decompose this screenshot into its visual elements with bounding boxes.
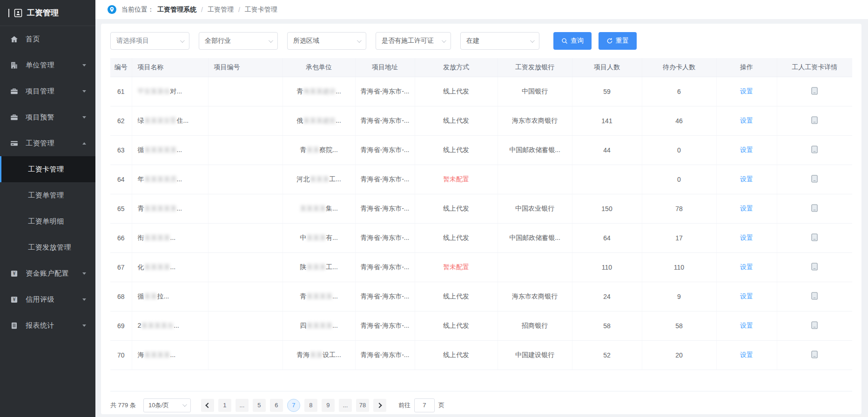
cell-bank: 中国邮政储蓄银... <box>498 223 572 252</box>
wage-card-detail-icon[interactable] <box>811 206 818 213</box>
permit-select[interactable]: 是否有施工许可证 <box>376 32 451 50</box>
wage-card-detail-icon[interactable] <box>811 147 818 155</box>
settings-link[interactable]: 设置 <box>740 146 753 153</box>
sidebar-subitem-wage-sheet[interactable]: 工资单管理 <box>0 182 95 208</box>
method-status: 暂未配置 <box>443 263 469 271</box>
pager: 1...56789...78 <box>201 399 386 412</box>
settings-link[interactable]: 设置 <box>740 322 753 329</box>
cell-text: 察院... <box>319 146 338 153</box>
cell-project-code <box>208 252 283 282</box>
table-row: 67化某某某某...陕某某某工...青海省-海东市-...暂未配置110110设… <box>110 252 852 282</box>
col-id: 编号 <box>110 58 132 77</box>
cell-text: ... <box>336 87 341 95</box>
wage-card-detail-icon[interactable] <box>811 118 818 126</box>
cell-method: 线上代发 <box>415 340 498 370</box>
wage-card-detail-icon[interactable] <box>811 235 818 243</box>
sidebar: 工资管理 首页单位管理项目管理项目预警工资管理工资卡管理工资单管理工资单明细工资… <box>0 0 95 417</box>
cell-method: 暂未配置 <box>415 252 498 282</box>
sidebar-item-warning[interactable]: 项目预警 <box>0 104 95 130</box>
breadcrumb-item-wage-card[interactable]: 工资卡管理 <box>245 6 277 14</box>
cell-bank: 中国邮政储蓄银... <box>498 135 572 165</box>
page-button[interactable]: 7 <box>287 399 300 412</box>
sidebar-item-fund[interactable]: ¥资金账户配置 <box>0 260 95 286</box>
wage-card-detail-icon[interactable] <box>811 89 818 96</box>
sidebar-subitem-wage-pay[interactable]: 工资发放管理 <box>0 234 95 260</box>
settings-link[interactable]: 设置 <box>740 175 753 183</box>
prev-page-button[interactable] <box>201 399 214 412</box>
search-button[interactable]: 查询 <box>553 32 592 50</box>
cell-card-detail <box>777 223 852 252</box>
col-pending: 待办卡人数 <box>642 58 716 77</box>
chevron-down-icon <box>182 402 187 407</box>
sidebar-item-home[interactable]: 首页 <box>0 26 95 52</box>
sidebar-item-label: 项目预警 <box>26 113 82 122</box>
sidebar-item-report[interactable]: 报表统计 <box>0 312 95 338</box>
page-button[interactable]: 5 <box>253 399 266 412</box>
blurred-text: 某某某建筑 <box>303 117 336 124</box>
settings-link[interactable]: 设置 <box>740 117 753 124</box>
cell-contractor: 四某某某某... <box>283 311 355 340</box>
main-area: 当前位置： 工资管理系统 / 工资管理 / 工资卡管理 请选择项目 全部行业 <box>95 0 868 417</box>
region-select[interactable]: 所选区域 <box>287 32 366 50</box>
cell-text: 循 <box>138 146 144 153</box>
sidebar-subitem-wage-card[interactable]: 工资卡管理 <box>0 156 95 182</box>
cell-bank <box>498 165 572 194</box>
cell-text: ... <box>177 205 182 212</box>
breadcrumb-item-wage[interactable]: 工资管理 <box>208 6 234 14</box>
sidebar-item-label: 报表统计 <box>26 321 82 330</box>
settings-link[interactable]: 设置 <box>740 263 753 271</box>
breadcrumb-root[interactable]: 工资管理系统 <box>157 6 196 14</box>
settings-link[interactable]: 设置 <box>740 87 753 95</box>
cell-people: 150 <box>572 194 642 223</box>
cell-text: ... <box>177 175 182 183</box>
wage-card-detail-icon[interactable] <box>811 352 818 360</box>
col-people: 项目人数 <box>572 58 642 77</box>
wage-card-detail-icon[interactable] <box>811 177 818 184</box>
cell-project-name: 衔某某某某... <box>132 223 208 252</box>
cell-method: 线上代发 <box>415 106 498 135</box>
project-select[interactable]: 请选择项目 <box>110 32 189 50</box>
app-logo: 工资管理 <box>0 0 95 26</box>
settings-link[interactable]: 设置 <box>740 205 753 212</box>
method-status: 线上代发 <box>443 205 469 212</box>
page-button[interactable]: 1 <box>218 399 231 412</box>
chevron-down-icon <box>357 38 362 43</box>
cell-pending: 17 <box>642 223 716 252</box>
cell-text: ... <box>170 351 176 358</box>
blurred-text: 某某某某 <box>300 205 326 212</box>
table-row: 65青某某某某某...某某某某集...青海省-海东市-...线上代发中国农业银行… <box>110 194 852 223</box>
reset-button[interactable]: 重置 <box>599 32 637 50</box>
sidebar-item-label: 工资管理 <box>26 139 82 148</box>
page-button[interactable]: 8 <box>304 399 317 412</box>
col-contractor: 承包单位 <box>283 58 355 77</box>
wage-card-detail-icon[interactable] <box>811 294 818 301</box>
wage-card-detail-icon[interactable] <box>811 323 818 331</box>
page-button[interactable]: 78 <box>356 399 369 412</box>
cell-method: 线上代发 <box>415 77 498 106</box>
next-page-button[interactable] <box>373 399 386 412</box>
settings-link[interactable]: 设置 <box>740 234 753 241</box>
sidebar-item-wage[interactable]: 工资管理 <box>0 130 95 156</box>
cell-pending: 58 <box>642 311 716 340</box>
sidebar-subitem-wage-detail[interactable]: 工资单明细 <box>0 208 95 234</box>
settings-link[interactable]: 设置 <box>740 351 753 358</box>
sidebar-item-project[interactable]: 项目管理 <box>0 78 95 104</box>
goto-page-input[interactable] <box>414 398 435 412</box>
table-row: 64年某某某某原...河北某某某工...青海省-海东市-...暂未配置0设置 <box>110 165 852 194</box>
page-button[interactable]: 6 <box>270 399 283 412</box>
col-project-code: 项目编号 <box>208 58 283 77</box>
card-icon <box>10 139 20 147</box>
breadcrumb-separator: / <box>238 6 240 13</box>
sidebar-item-credit[interactable]: ¥信用评级 <box>0 286 95 312</box>
cell-pending: 6 <box>642 77 716 106</box>
industry-select[interactable]: 全部行业 <box>199 32 278 50</box>
page-button[interactable]: 9 <box>322 399 335 412</box>
cell-text: 年 <box>138 175 144 183</box>
page-size-select[interactable]: 10条/页 <box>143 398 191 412</box>
goto-label: 前往 <box>398 401 410 410</box>
settings-link[interactable]: 设置 <box>740 292 753 300</box>
status-select[interactable]: 在建 <box>460 32 539 50</box>
sidebar-item-unit[interactable]: 单位管理 <box>0 52 95 78</box>
cell-project-code <box>208 223 283 252</box>
wage-card-detail-icon[interactable] <box>811 265 818 272</box>
